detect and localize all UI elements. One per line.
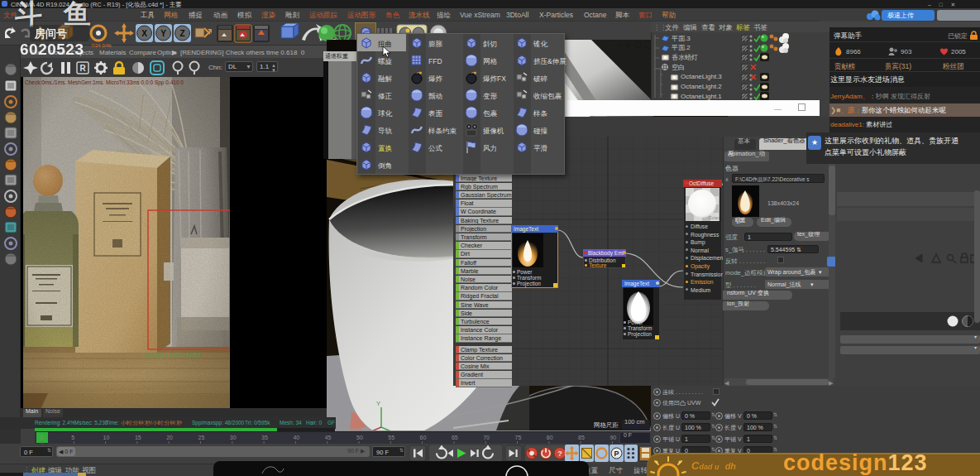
svg-text:85: 85 <box>578 435 585 440</box>
svg-text:R: R <box>79 64 86 73</box>
svg-text:60: 60 <box>420 435 427 440</box>
svg-text:5: 5 <box>71 435 74 440</box>
svg-text:10: 10 <box>103 435 110 440</box>
svg-text:70: 70 <box>483 435 490 440</box>
svg-text:X: X <box>141 29 147 38</box>
svg-text:15: 15 <box>135 435 141 440</box>
svg-text:50: 50 <box>356 435 363 440</box>
svg-text:40: 40 <box>293 435 299 440</box>
svg-text:P: P <box>614 450 619 458</box>
svg-text:160.000 x 0.372 / 60/90: 160.000 x 0.372 / 60/90 <box>144 352 201 358</box>
svg-text:0: 0 <box>40 435 43 440</box>
svg-text:Check:0ms./1ms. MeshGen:1ms. M: Check:0ms./1ms. MeshGen:1ms. MicroTri:33… <box>25 79 184 86</box>
svg-text:?: ? <box>557 450 562 458</box>
svg-text:25: 25 <box>198 435 205 440</box>
svg-text:80: 80 <box>547 435 553 440</box>
svg-text:90: 90 <box>610 435 616 440</box>
svg-text:55: 55 <box>388 435 394 440</box>
svg-text:65: 65 <box>452 435 458 440</box>
svg-text:35: 35 <box>261 435 268 440</box>
svg-text:30: 30 <box>230 435 237 440</box>
svg-text:75: 75 <box>515 435 522 440</box>
svg-text:20: 20 <box>166 435 173 440</box>
svg-text:Z: Z <box>179 29 184 38</box>
svg-text:45: 45 <box>325 435 332 440</box>
svg-text:Y: Y <box>376 400 381 407</box>
svg-text:Octane: Octane <box>709 215 719 220</box>
svg-text:Y: Y <box>160 29 166 38</box>
